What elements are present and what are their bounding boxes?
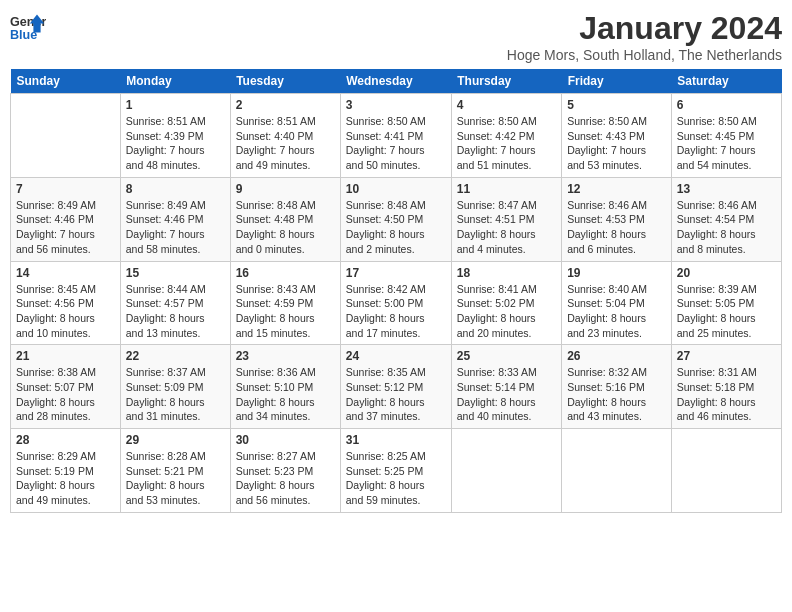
day-number: 4	[457, 98, 556, 112]
day-number: 10	[346, 182, 446, 196]
day-number: 24	[346, 349, 446, 363]
day-number: 15	[126, 266, 225, 280]
day-info: Sunrise: 8:42 AM Sunset: 5:00 PM Dayligh…	[346, 282, 446, 341]
calendar-cell: 29Sunrise: 8:28 AM Sunset: 5:21 PM Dayli…	[120, 429, 230, 513]
day-info: Sunrise: 8:40 AM Sunset: 5:04 PM Dayligh…	[567, 282, 666, 341]
location-title: Hoge Mors, South Holland, The Netherland…	[507, 47, 782, 63]
day-number: 12	[567, 182, 666, 196]
day-info: Sunrise: 8:44 AM Sunset: 4:57 PM Dayligh…	[126, 282, 225, 341]
calendar-week-row: 1Sunrise: 8:51 AM Sunset: 4:39 PM Daylig…	[11, 94, 782, 178]
day-number: 28	[16, 433, 115, 447]
calendar-cell: 20Sunrise: 8:39 AM Sunset: 5:05 PM Dayli…	[671, 261, 781, 345]
calendar-cell: 30Sunrise: 8:27 AM Sunset: 5:23 PM Dayli…	[230, 429, 340, 513]
calendar-header-row: Sunday Monday Tuesday Wednesday Thursday…	[11, 69, 782, 94]
calendar-cell: 21Sunrise: 8:38 AM Sunset: 5:07 PM Dayli…	[11, 345, 121, 429]
day-number: 30	[236, 433, 335, 447]
col-sunday: Sunday	[11, 69, 121, 94]
calendar-week-row: 21Sunrise: 8:38 AM Sunset: 5:07 PM Dayli…	[11, 345, 782, 429]
calendar-cell: 10Sunrise: 8:48 AM Sunset: 4:50 PM Dayli…	[340, 177, 451, 261]
calendar-table: Sunday Monday Tuesday Wednesday Thursday…	[10, 69, 782, 513]
day-info: Sunrise: 8:45 AM Sunset: 4:56 PM Dayligh…	[16, 282, 115, 341]
day-info: Sunrise: 8:35 AM Sunset: 5:12 PM Dayligh…	[346, 365, 446, 424]
day-number: 3	[346, 98, 446, 112]
day-number: 27	[677, 349, 776, 363]
day-info: Sunrise: 8:49 AM Sunset: 4:46 PM Dayligh…	[16, 198, 115, 257]
logo-icon: General Blue	[10, 10, 46, 46]
day-info: Sunrise: 8:49 AM Sunset: 4:46 PM Dayligh…	[126, 198, 225, 257]
day-number: 5	[567, 98, 666, 112]
calendar-cell: 26Sunrise: 8:32 AM Sunset: 5:16 PM Dayli…	[562, 345, 672, 429]
day-number: 17	[346, 266, 446, 280]
day-number: 18	[457, 266, 556, 280]
day-info: Sunrise: 8:46 AM Sunset: 4:53 PM Dayligh…	[567, 198, 666, 257]
day-number: 16	[236, 266, 335, 280]
day-info: Sunrise: 8:39 AM Sunset: 5:05 PM Dayligh…	[677, 282, 776, 341]
day-info: Sunrise: 8:25 AM Sunset: 5:25 PM Dayligh…	[346, 449, 446, 508]
day-info: Sunrise: 8:38 AM Sunset: 5:07 PM Dayligh…	[16, 365, 115, 424]
col-monday: Monday	[120, 69, 230, 94]
day-number: 26	[567, 349, 666, 363]
day-number: 31	[346, 433, 446, 447]
day-info: Sunrise: 8:50 AM Sunset: 4:41 PM Dayligh…	[346, 114, 446, 173]
day-info: Sunrise: 8:32 AM Sunset: 5:16 PM Dayligh…	[567, 365, 666, 424]
calendar-cell	[11, 94, 121, 178]
calendar-cell: 5Sunrise: 8:50 AM Sunset: 4:43 PM Daylig…	[562, 94, 672, 178]
calendar-cell: 12Sunrise: 8:46 AM Sunset: 4:53 PM Dayli…	[562, 177, 672, 261]
day-number: 19	[567, 266, 666, 280]
col-friday: Friday	[562, 69, 672, 94]
day-info: Sunrise: 8:50 AM Sunset: 4:45 PM Dayligh…	[677, 114, 776, 173]
day-info: Sunrise: 8:50 AM Sunset: 4:42 PM Dayligh…	[457, 114, 556, 173]
page-header: General Blue January 2024 Hoge Mors, Sou…	[10, 10, 782, 63]
day-number: 20	[677, 266, 776, 280]
calendar-week-row: 28Sunrise: 8:29 AM Sunset: 5:19 PM Dayli…	[11, 429, 782, 513]
calendar-cell	[562, 429, 672, 513]
col-thursday: Thursday	[451, 69, 561, 94]
calendar-cell: 3Sunrise: 8:50 AM Sunset: 4:41 PM Daylig…	[340, 94, 451, 178]
calendar-cell: 11Sunrise: 8:47 AM Sunset: 4:51 PM Dayli…	[451, 177, 561, 261]
day-info: Sunrise: 8:33 AM Sunset: 5:14 PM Dayligh…	[457, 365, 556, 424]
col-saturday: Saturday	[671, 69, 781, 94]
day-number: 23	[236, 349, 335, 363]
calendar-cell: 14Sunrise: 8:45 AM Sunset: 4:56 PM Dayli…	[11, 261, 121, 345]
title-block: January 2024 Hoge Mors, South Holland, T…	[507, 10, 782, 63]
calendar-cell: 17Sunrise: 8:42 AM Sunset: 5:00 PM Dayli…	[340, 261, 451, 345]
calendar-cell: 31Sunrise: 8:25 AM Sunset: 5:25 PM Dayli…	[340, 429, 451, 513]
calendar-cell: 27Sunrise: 8:31 AM Sunset: 5:18 PM Dayli…	[671, 345, 781, 429]
calendar-cell: 13Sunrise: 8:46 AM Sunset: 4:54 PM Dayli…	[671, 177, 781, 261]
day-number: 25	[457, 349, 556, 363]
day-info: Sunrise: 8:48 AM Sunset: 4:50 PM Dayligh…	[346, 198, 446, 257]
day-number: 21	[16, 349, 115, 363]
day-number: 29	[126, 433, 225, 447]
calendar-cell: 25Sunrise: 8:33 AM Sunset: 5:14 PM Dayli…	[451, 345, 561, 429]
day-info: Sunrise: 8:37 AM Sunset: 5:09 PM Dayligh…	[126, 365, 225, 424]
calendar-week-row: 7Sunrise: 8:49 AM Sunset: 4:46 PM Daylig…	[11, 177, 782, 261]
svg-text:Blue: Blue	[10, 28, 37, 42]
calendar-cell: 19Sunrise: 8:40 AM Sunset: 5:04 PM Dayli…	[562, 261, 672, 345]
logo: General Blue	[10, 10, 46, 46]
day-info: Sunrise: 8:51 AM Sunset: 4:39 PM Dayligh…	[126, 114, 225, 173]
calendar-cell: 24Sunrise: 8:35 AM Sunset: 5:12 PM Dayli…	[340, 345, 451, 429]
calendar-cell: 28Sunrise: 8:29 AM Sunset: 5:19 PM Dayli…	[11, 429, 121, 513]
day-info: Sunrise: 8:27 AM Sunset: 5:23 PM Dayligh…	[236, 449, 335, 508]
calendar-cell: 8Sunrise: 8:49 AM Sunset: 4:46 PM Daylig…	[120, 177, 230, 261]
month-title: January 2024	[507, 10, 782, 47]
calendar-cell: 22Sunrise: 8:37 AM Sunset: 5:09 PM Dayli…	[120, 345, 230, 429]
day-number: 14	[16, 266, 115, 280]
day-info: Sunrise: 8:36 AM Sunset: 5:10 PM Dayligh…	[236, 365, 335, 424]
col-wednesday: Wednesday	[340, 69, 451, 94]
day-info: Sunrise: 8:50 AM Sunset: 4:43 PM Dayligh…	[567, 114, 666, 173]
day-number: 7	[16, 182, 115, 196]
calendar-cell: 9Sunrise: 8:48 AM Sunset: 4:48 PM Daylig…	[230, 177, 340, 261]
calendar-cell: 18Sunrise: 8:41 AM Sunset: 5:02 PM Dayli…	[451, 261, 561, 345]
day-number: 8	[126, 182, 225, 196]
day-number: 9	[236, 182, 335, 196]
calendar-cell: 2Sunrise: 8:51 AM Sunset: 4:40 PM Daylig…	[230, 94, 340, 178]
day-number: 1	[126, 98, 225, 112]
calendar-cell: 4Sunrise: 8:50 AM Sunset: 4:42 PM Daylig…	[451, 94, 561, 178]
col-tuesday: Tuesday	[230, 69, 340, 94]
day-info: Sunrise: 8:48 AM Sunset: 4:48 PM Dayligh…	[236, 198, 335, 257]
calendar-cell: 6Sunrise: 8:50 AM Sunset: 4:45 PM Daylig…	[671, 94, 781, 178]
calendar-cell: 15Sunrise: 8:44 AM Sunset: 4:57 PM Dayli…	[120, 261, 230, 345]
calendar-cell: 16Sunrise: 8:43 AM Sunset: 4:59 PM Dayli…	[230, 261, 340, 345]
calendar-cell: 7Sunrise: 8:49 AM Sunset: 4:46 PM Daylig…	[11, 177, 121, 261]
